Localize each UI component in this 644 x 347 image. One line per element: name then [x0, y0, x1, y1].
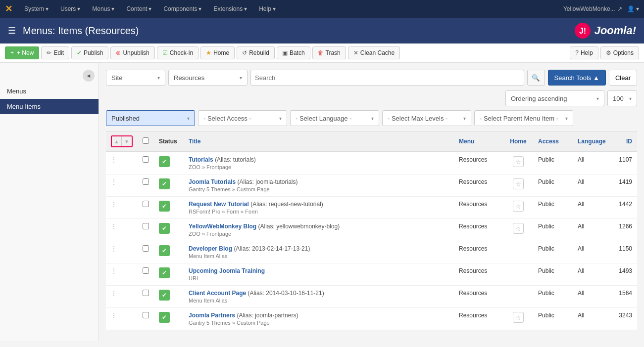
nav-components[interactable]: Components ▾ [158, 2, 206, 15]
nav-content[interactable]: Content ▾ [121, 2, 156, 15]
th-checkbox[interactable] [138, 131, 154, 152]
row-checkbox-cell[interactable] [138, 286, 154, 308]
search-tools-button[interactable]: Search Tools ▲ [548, 70, 606, 86]
batch-button[interactable]: ▣ Batch [277, 46, 310, 59]
resources-select[interactable]: Resources ▾ [168, 70, 248, 86]
row-checkbox[interactable] [143, 201, 149, 207]
sort-up-button[interactable]: ▲ [112, 136, 122, 146]
row-checkbox-cell[interactable] [138, 197, 154, 219]
row-checkbox[interactable] [143, 312, 149, 318]
th-title[interactable]: Title [184, 131, 454, 152]
item-title-link[interactable]: Upcoming Joomla Training [189, 267, 265, 274]
publish-button[interactable]: ✔ Publish [71, 46, 108, 59]
language-filter[interactable]: - Select Language - ▾ [290, 110, 379, 126]
nav-system[interactable]: System ▾ [19, 2, 53, 15]
sidebar-collapse-button[interactable]: ◄ [83, 70, 95, 82]
drag-handle[interactable]: ⋮ [106, 174, 138, 197]
search-input[interactable] [250, 70, 524, 86]
status-badge[interactable]: ✔ [159, 290, 170, 301]
home-button[interactable]: ★ Home [200, 46, 235, 59]
home-cell[interactable] [503, 263, 533, 286]
item-title-link[interactable]: Joomla Partners [189, 312, 235, 319]
row-checkbox-cell[interactable] [138, 219, 154, 241]
home-star-button[interactable]: ☆ [513, 312, 524, 323]
status-badge[interactable]: ✔ [159, 312, 170, 323]
nav-extensions[interactable]: Extensions ▾ [208, 2, 252, 15]
checkin-button[interactable]: ☑ Check-in [157, 46, 198, 59]
th-menu[interactable]: Menu [454, 131, 503, 152]
clear-button[interactable]: Clear [609, 70, 637, 86]
select-all-checkbox[interactable] [143, 137, 149, 144]
item-title-link[interactable]: Joomla Tutorials [189, 178, 236, 185]
home-cell[interactable]: ☆ [503, 174, 533, 197]
new-button[interactable]: + + New [5, 46, 39, 59]
item-title-link[interactable]: Request New Tutorial [189, 201, 249, 208]
trash-button[interactable]: 🗑 Trash [312, 46, 346, 59]
order-sort-controls[interactable]: ▲ ▼ [111, 135, 133, 147]
status-badge[interactable]: ✔ [159, 201, 170, 212]
sidebar-item-menus[interactable]: Menus [0, 84, 99, 99]
row-checkbox-cell[interactable] [138, 308, 154, 330]
row-checkbox-cell[interactable] [138, 241, 154, 263]
row-checkbox[interactable] [143, 178, 149, 185]
home-cell[interactable] [503, 241, 533, 263]
sort-down-button[interactable]: ▼ [122, 136, 132, 146]
help-button[interactable]: ? Help [570, 46, 598, 59]
row-checkbox[interactable] [143, 223, 149, 229]
published-filter[interactable]: Published ▾ [106, 110, 195, 126]
home-cell[interactable] [503, 286, 533, 308]
row-checkbox-cell[interactable] [138, 174, 154, 197]
search-submit-button[interactable]: 🔍 [527, 70, 545, 86]
drag-handle[interactable]: ⋮ [106, 152, 138, 174]
nav-help[interactable]: Help ▾ [254, 2, 281, 15]
clean-cache-button[interactable]: ✕ Clean Cache [348, 46, 400, 59]
options-button[interactable]: ⚙ Options [600, 46, 639, 59]
drag-handle[interactable]: ⋮ [106, 219, 138, 241]
edit-button[interactable]: ✏ Edit [41, 46, 69, 59]
status-badge[interactable]: ✔ [159, 267, 170, 278]
item-title-link[interactable]: YellowWebMonkey Blog [189, 223, 256, 230]
home-star-button[interactable]: ☆ [513, 223, 524, 234]
home-cell[interactable]: ☆ [503, 308, 533, 330]
th-access[interactable]: Access [533, 131, 573, 152]
home-cell[interactable]: ☆ [503, 197, 533, 219]
drag-handle[interactable]: ⋮ [106, 263, 138, 286]
nav-menus[interactable]: Menus ▾ [87, 2, 119, 15]
site-select[interactable]: Site ▾ [106, 70, 165, 86]
hamburger-menu-icon[interactable]: ☰ [8, 25, 16, 36]
home-cell[interactable]: ☆ [503, 219, 533, 241]
row-checkbox[interactable] [143, 245, 149, 252]
row-checkbox-cell[interactable] [138, 263, 154, 286]
row-checkbox-cell[interactable] [138, 152, 154, 174]
nav-users[interactable]: Users ▾ [55, 2, 85, 15]
per-page-select[interactable]: 100 ▾ [607, 90, 637, 106]
item-title-link[interactable]: Client Account Page [189, 290, 246, 297]
home-star-button[interactable]: ☆ [513, 178, 524, 189]
th-home[interactable]: Home [503, 131, 533, 152]
status-badge[interactable]: ✔ [159, 245, 170, 256]
status-badge[interactable]: ✔ [159, 178, 170, 189]
row-checkbox[interactable] [143, 290, 149, 296]
status-badge[interactable]: ✔ [159, 156, 170, 167]
home-star-button[interactable]: ☆ [513, 156, 524, 167]
unpublish-button[interactable]: ⊗ Unpublish [110, 46, 154, 59]
row-checkbox[interactable] [143, 156, 149, 163]
status-badge[interactable]: ✔ [159, 223, 170, 234]
drag-handle[interactable]: ⋮ [106, 308, 138, 330]
home-star-button[interactable]: ☆ [513, 201, 524, 212]
rebuild-button[interactable]: ↺ Rebuild [237, 46, 275, 59]
levels-filter[interactable]: - Select Max Levels - ▾ [382, 110, 471, 126]
row-checkbox[interactable] [143, 267, 149, 274]
user-profile-icon[interactable]: 👤 ▾ [627, 5, 639, 12]
ordering-select[interactable]: Ordering ascending ▾ [505, 90, 604, 106]
parent-menu-filter[interactable]: - Select Parent Menu Item - ▾ [474, 110, 573, 126]
joomla-x-icon[interactable]: ✕ [5, 3, 12, 14]
th-language[interactable]: Language [573, 131, 612, 152]
drag-handle[interactable]: ⋮ [106, 197, 138, 219]
item-title-link[interactable]: Developer Blog [189, 245, 232, 252]
drag-handle[interactable]: ⋮ [106, 286, 138, 308]
item-title-link[interactable]: Tutorials [189, 156, 213, 163]
access-filter[interactable]: - Select Access - ▾ [198, 110, 287, 126]
sidebar-item-menu-items[interactable]: Menu Items [0, 99, 99, 114]
th-id[interactable]: ID [612, 131, 637, 152]
